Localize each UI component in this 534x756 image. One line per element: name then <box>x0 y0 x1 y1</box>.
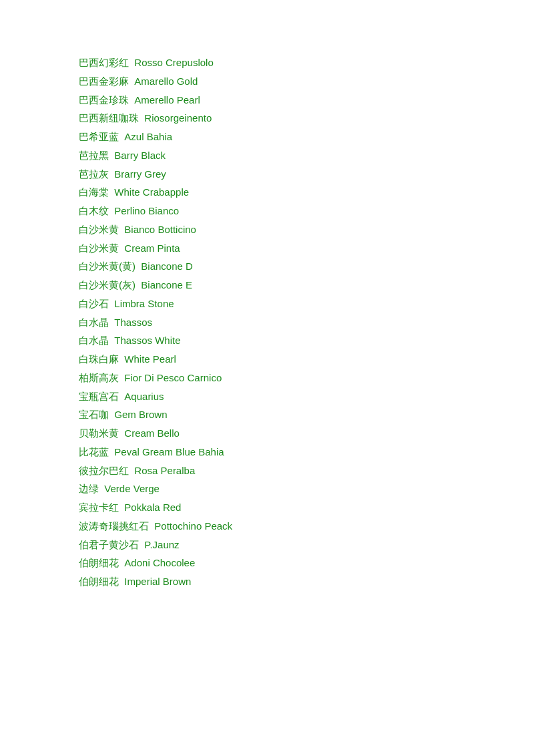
english-name: Amarello Gold <box>134 75 198 87</box>
chinese-name: 白珠白麻 <box>79 353 119 365</box>
color-list: 巴西幻彩红 Rosso Crepuslolo巴西金彩麻 Amarello Gol… <box>0 0 534 644</box>
english-name: Limbra Stone <box>114 298 174 309</box>
list-item: 巴西幻彩红 Rosso Crepuslolo <box>79 53 534 72</box>
list-item: 巴西金彩麻 Amarello Gold <box>79 72 534 91</box>
chinese-name: 巴西金珍珠 <box>79 94 129 106</box>
chinese-name: 白海棠 <box>79 186 109 198</box>
list-item: 白沙米黄(灰) Biancone E <box>79 276 534 295</box>
list-item: 宝石咖 Gem Brown <box>79 405 534 424</box>
english-name: Brarry Grey <box>114 168 166 180</box>
list-item: 白海棠 White Crabapple <box>79 183 534 202</box>
english-name: Verde Verge <box>104 483 160 494</box>
list-item: 白沙米黄 Cream Pinta <box>79 239 534 258</box>
chinese-name: 白沙米黄(黄) <box>79 260 136 272</box>
english-name: Biancone E <box>141 279 192 291</box>
chinese-name: 柏斯高灰 <box>79 372 119 383</box>
list-item: 巴西金珍珠 Amerello Pearl <box>79 91 534 110</box>
chinese-name: 伯朗细花 <box>79 557 119 568</box>
chinese-name: 边绿 <box>79 483 99 494</box>
english-name: Aquarius <box>124 391 164 402</box>
english-name: Perlino Bianco <box>114 205 179 216</box>
english-name: Rosa Peralba <box>134 465 195 476</box>
chinese-name: 巴西新纽咖珠 <box>79 112 139 124</box>
english-name: Rosso Crepuslolo <box>134 57 213 68</box>
chinese-name: 白水晶 <box>79 335 109 346</box>
list-item: 边绿 Verde Verge <box>79 480 534 498</box>
chinese-name: 贝勒米黄 <box>79 427 119 439</box>
list-item: 宝瓶宫石 Aquarius <box>79 387 534 406</box>
chinese-name: 白水晶 <box>79 317 109 328</box>
english-name: Cream Pinta <box>124 242 180 254</box>
chinese-name: 宝瓶宫石 <box>79 391 119 402</box>
chinese-name: 比花蓝 <box>79 446 109 457</box>
chinese-name: 彼拉尔巴红 <box>79 465 129 476</box>
english-name: Thassos White <box>114 335 180 346</box>
english-name: Bianco Botticino <box>124 224 196 235</box>
list-item: 白沙米黄(黄) Biancone D <box>79 257 534 276</box>
chinese-name: 伯朗细花 <box>79 576 119 587</box>
english-name: Amerello Pearl <box>134 94 200 106</box>
list-item: 芭拉黑 Barry Black <box>79 146 534 165</box>
chinese-name: 波涛奇瑙挑红石 <box>79 520 149 532</box>
english-name: Pottochino Peack <box>154 520 232 532</box>
list-item: 白水晶 Thassos <box>79 313 534 332</box>
list-item: 白沙石 Limbra Stone <box>79 295 534 313</box>
list-item: 贝勒米黄 Cream Bello <box>79 424 534 443</box>
chinese-name: 宾拉卡红 <box>79 502 119 513</box>
english-name: White Pearl <box>124 353 176 365</box>
english-name: Azul Bahia <box>124 131 172 142</box>
english-name: Riosorgeinento <box>144 112 212 124</box>
list-item: 彼拉尔巴红 Rosa Peralba <box>79 461 534 480</box>
list-item: 芭拉灰 Brarry Grey <box>79 165 534 184</box>
chinese-name: 宝石咖 <box>79 409 109 420</box>
list-item: 白珠白麻 White Pearl <box>79 350 534 369</box>
chinese-name: 芭拉黑 <box>79 150 109 161</box>
english-name: Thassos <box>114 317 152 328</box>
list-item: 巴希亚蓝 Azul Bahia <box>79 128 534 146</box>
chinese-name: 伯君子黄沙石 <box>79 539 139 550</box>
list-item: 伯君子黄沙石 P.Jaunz <box>79 536 534 554</box>
list-item: 伯朗细花 Adoni Chocolee <box>79 554 534 572</box>
english-name: White Crabapple <box>114 186 189 198</box>
list-item: 白水晶 Thassos White <box>79 331 534 350</box>
english-name: Peval Gream Blue Bahia <box>114 446 224 457</box>
english-name: Fior Di Pesco Carnico <box>124 372 222 383</box>
english-name: Adoni Chocolee <box>124 557 195 568</box>
list-item: 伯朗细花 Imperial Brown <box>79 572 534 591</box>
english-name: Imperial Brown <box>124 576 191 587</box>
english-name: Barry Black <box>114 150 166 161</box>
chinese-name: 芭拉灰 <box>79 168 109 180</box>
chinese-name: 巴西幻彩红 <box>79 57 129 68</box>
chinese-name: 巴希亚蓝 <box>79 131 119 142</box>
chinese-name: 巴西金彩麻 <box>79 75 129 87</box>
chinese-name: 白沙米黄 <box>79 242 119 254</box>
list-item: 白沙米黄 Bianco Botticino <box>79 220 534 239</box>
list-item: 宾拉卡红 Pokkala Red <box>79 498 534 517</box>
english-name: Biancone D <box>141 260 193 272</box>
english-name: Pokkala Red <box>124 502 181 513</box>
english-name: Gem Brown <box>114 409 167 420</box>
list-item: 波涛奇瑙挑红石 Pottochino Peack <box>79 517 534 536</box>
list-item: 巴西新纽咖珠 Riosorgeinento <box>79 109 534 128</box>
chinese-name: 白沙石 <box>79 298 109 309</box>
list-item: 白木纹 Perlino Bianco <box>79 202 534 220</box>
list-item: 比花蓝 Peval Gream Blue Bahia <box>79 443 534 461</box>
list-item: 柏斯高灰 Fior Di Pesco Carnico <box>79 369 534 387</box>
chinese-name: 白木纹 <box>79 205 109 216</box>
english-name: Cream Bello <box>124 427 180 439</box>
english-name: P.Jaunz <box>144 539 179 550</box>
chinese-name: 白沙米黄 <box>79 224 119 235</box>
chinese-name: 白沙米黄(灰) <box>79 279 136 291</box>
